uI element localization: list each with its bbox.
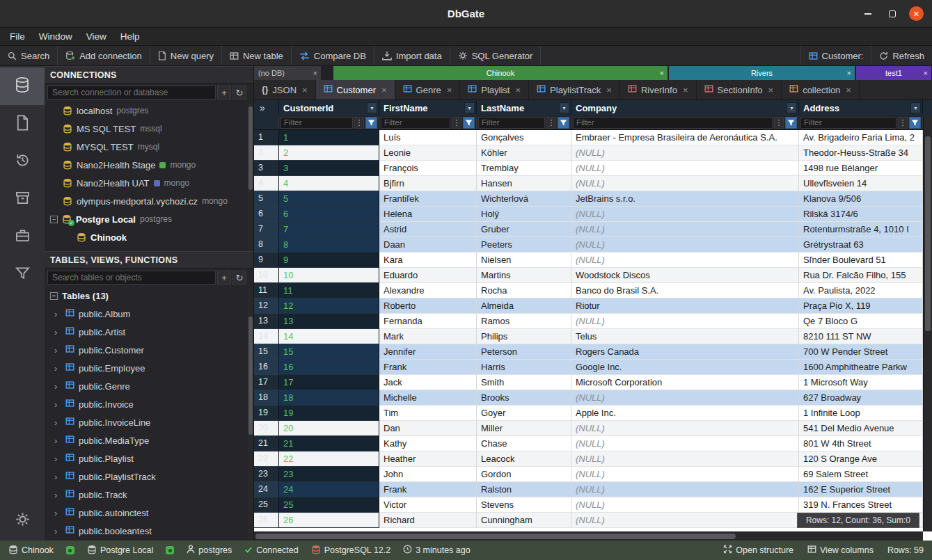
tables-search-input[interactable]: [47, 271, 216, 285]
grid-cell-company[interactable]: (NULL): [571, 253, 799, 268]
grid-cell-company[interactable]: Google Inc.: [571, 360, 799, 375]
column-header-address[interactable]: Address▼: [799, 100, 923, 115]
menu-file[interactable]: File: [3, 31, 32, 42]
table-item-public-employee[interactable]: ›public.Employee: [45, 359, 253, 377]
grid-cell-firstname[interactable]: Michelle: [379, 390, 477, 406]
row-number-cell[interactable]: 10: [254, 268, 279, 283]
grid-cell-address[interactable]: Klanova 9/506: [799, 191, 923, 207]
connection-nano2health-stage[interactable]: Nano2Health Stagemongo: [45, 156, 253, 174]
grid-cell-company[interactable]: (NULL): [571, 222, 799, 237]
grid-cell-customerid[interactable]: 10: [279, 268, 379, 283]
grid-cell-customerid[interactable]: 1: [279, 130, 379, 145]
grid-cell-firstname[interactable]: Tim: [379, 406, 477, 421]
grid-cell-lastname[interactable]: Nielsen: [477, 253, 571, 268]
row-number-cell[interactable]: 4: [254, 176, 279, 191]
connection-postgre-local[interactable]: −✓Postgre Localpostgres: [45, 210, 253, 228]
filter-input-company[interactable]: [573, 117, 773, 129]
grid-cell-customerid[interactable]: 22: [279, 451, 379, 467]
grid-cell-customerid[interactable]: 13: [279, 314, 379, 329]
grid-cell-company[interactable]: Banco do Brasil S.A.: [571, 283, 799, 298]
grid-cell-address[interactable]: 319 N. Frances Street: [799, 497, 923, 513]
grid-cell-company[interactable]: Microsoft Corporation: [571, 375, 799, 390]
grid-vertical-scrollbar[interactable]: [923, 115, 932, 531]
connection-ms-sql-test[interactable]: MS SQL TESTmssql: [45, 120, 253, 138]
grid-cell-firstname[interactable]: Helena: [379, 207, 477, 222]
grid-cell-firstname[interactable]: Jack: [379, 375, 477, 390]
row-number-cell[interactable]: 20: [254, 421, 279, 436]
grid-cell-company[interactable]: (NULL): [571, 161, 799, 176]
grid-cell-customerid[interactable]: 17: [279, 375, 379, 390]
tab-collection[interactable]: collection×: [782, 80, 860, 99]
grid-cell-firstname[interactable]: Mark: [379, 329, 477, 344]
grid-cell-company[interactable]: Apple Inc.: [571, 406, 799, 421]
activity-database-button[interactable]: [0, 67, 45, 105]
row-number-cell[interactable]: 13: [254, 314, 279, 329]
grid-cell-lastname[interactable]: Wichterlová: [477, 191, 571, 207]
refresh-connections-button[interactable]: ↻: [232, 86, 246, 99]
column-menu-icon[interactable]: ▼: [464, 102, 475, 113]
close-icon[interactable]: ×: [660, 69, 664, 77]
grid-cell-lastname[interactable]: Almeida: [477, 298, 571, 314]
connection-nano2health-uat[interactable]: Nano2Health UATmongo: [45, 174, 253, 192]
tab-sectioninfo[interactable]: SectionInfo×: [697, 80, 782, 99]
grid-cell-customerid[interactable]: 26: [279, 513, 379, 528]
row-number-cell[interactable]: 16: [254, 360, 279, 375]
close-icon[interactable]: ×: [302, 85, 308, 95]
grid-cell-firstname[interactable]: Frank: [379, 360, 477, 375]
row-number-cell[interactable]: 21: [254, 436, 279, 451]
column-header-company[interactable]: Company▼: [571, 100, 799, 115]
table-item-public-album[interactable]: ›public.Album: [45, 305, 253, 323]
row-number-cell[interactable]: 23: [254, 467, 279, 482]
activity-plugins-button[interactable]: [0, 218, 45, 255]
table-item-public-booleantest[interactable]: ›public.booleantest: [45, 522, 253, 540]
grid-cell-address[interactable]: 1 Infinite Loop: [799, 406, 923, 421]
grid-cell-lastname[interactable]: Harris: [477, 360, 571, 375]
funnel-icon[interactable]: [785, 117, 797, 129]
connections-header[interactable]: CONNECTIONS: [45, 66, 253, 83]
grid-cell-customerid[interactable]: 15: [279, 344, 379, 360]
table-item-public-invoice[interactable]: ›public.Invoice: [45, 395, 253, 413]
tab-playlist[interactable]: Playlist×: [460, 80, 529, 99]
db-group-tab-chinook[interactable]: Chinook×: [333, 66, 668, 80]
grid-cell-lastname[interactable]: Rocha: [477, 283, 571, 298]
grid-cell-customerid[interactable]: 8: [279, 237, 379, 253]
chevron-right-icon[interactable]: ›: [54, 454, 61, 464]
filter-menu-icon[interactable]: ⋮: [452, 117, 461, 129]
grid-horizontal-scrollbar[interactable]: [254, 531, 923, 541]
toolbar-import-data[interactable]: Import data: [374, 46, 450, 65]
column-menu-icon[interactable]: ▼: [910, 102, 921, 113]
grid-cell-lastname[interactable]: Ramos: [477, 314, 571, 329]
chevron-right-icon[interactable]: ›: [54, 327, 61, 337]
grid-cell-firstname[interactable]: Bjﬁrn: [379, 176, 477, 191]
grid-cell-customerid[interactable]: 9: [279, 253, 379, 268]
funnel-icon[interactable]: [463, 117, 475, 129]
chevron-right-icon[interactable]: ›: [54, 363, 61, 374]
table-item-public-customer[interactable]: ›public.Customer: [45, 341, 253, 359]
grid-cell-lastname[interactable]: Gordon: [477, 467, 571, 482]
tab-customer[interactable]: Customer×: [316, 80, 395, 99]
funnel-icon[interactable]: [909, 117, 921, 129]
table-item-public-track[interactable]: ›public.Track: [45, 486, 253, 504]
chevron-right-icon[interactable]: ›: [54, 526, 61, 536]
refresh-tables-button[interactable]: ↻: [232, 271, 246, 285]
grid-cell-address[interactable]: Rua Dr. Falcão Filho, 155: [799, 268, 923, 283]
grid-cell-company[interactable]: Rogers Canada: [571, 344, 799, 360]
row-number-cell[interactable]: 9: [254, 253, 279, 268]
close-icon[interactable]: ×: [447, 85, 452, 95]
column-menu-icon[interactable]: ▼: [559, 102, 569, 113]
column-menu-icon[interactable]: ▼: [367, 102, 377, 113]
grid-cell-company[interactable]: (NULL): [571, 451, 799, 467]
filter-input-lastname[interactable]: [478, 117, 545, 129]
grid-cell-firstname[interactable]: Daan: [379, 237, 477, 253]
activity-archive-button[interactable]: [0, 180, 45, 218]
funnel-icon[interactable]: [558, 117, 569, 129]
row-number-cell[interactable]: 12: [254, 298, 279, 314]
grid-cell-customerid[interactable]: 11: [279, 283, 379, 298]
grid-cell-customerid[interactable]: 7: [279, 222, 379, 237]
row-number-cell[interactable]: 18: [254, 390, 279, 406]
chevron-right-icon[interactable]: ›: [54, 399, 61, 410]
filter-menu-icon[interactable]: ⋮: [774, 117, 784, 129]
grid-cell-lastname[interactable]: Holý: [477, 207, 571, 222]
grid-cell-company[interactable]: (NULL): [571, 421, 799, 436]
row-number-cell[interactable]: 7: [254, 222, 279, 237]
